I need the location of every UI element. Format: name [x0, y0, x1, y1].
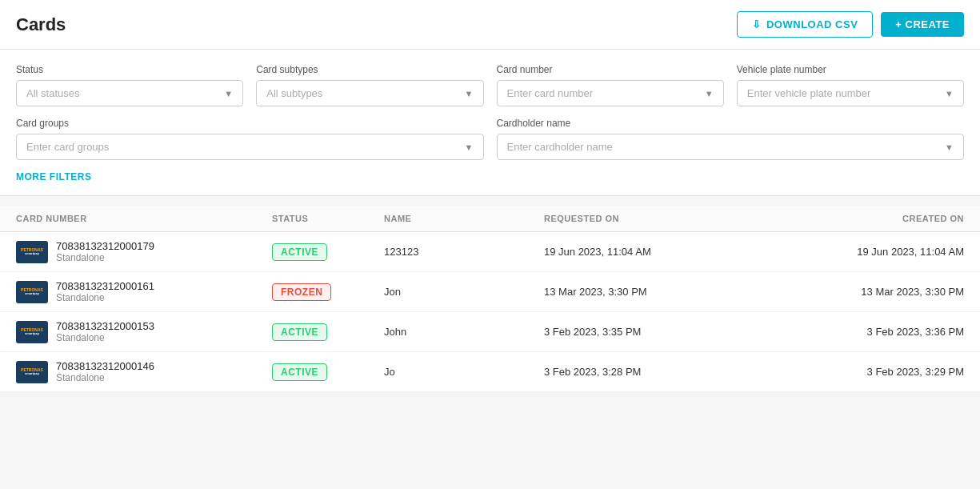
status-cell: ACTIVE — [272, 243, 384, 261]
card-number-cell: 70838132312000161 — [56, 280, 154, 292]
cardholder-filter-group: Cardholder name Enter cardholder name ▼ — [497, 118, 965, 160]
card-logo-sub: smartpay — [25, 252, 39, 256]
card-number-select-value: Enter card number — [507, 87, 594, 99]
filter-panel: Status All statuses ▼ Card subtypes All … — [0, 50, 980, 196]
col-name: NAME — [384, 214, 544, 223]
card-subtype-cell: Standalone — [56, 292, 154, 303]
cardholder-select[interactable]: Enter cardholder name ▼ — [497, 134, 965, 160]
card-logo: PETRONAS smartpay — [16, 241, 48, 263]
create-button[interactable]: + CREATE — [881, 12, 964, 37]
vehicle-plate-select-value: Enter vehicle plate number — [747, 87, 871, 99]
card-subtype-cell: Standalone — [56, 252, 154, 263]
card-logo-sub: smartpay — [25, 332, 39, 336]
card-details: 70838132312000146 Standalone — [56, 360, 154, 383]
filter-row-1: Status All statuses ▼ Card subtypes All … — [16, 64, 964, 106]
filter-row-2: Card groups Enter card groups ▼ Cardhold… — [16, 118, 964, 160]
requested-on-cell: 3 Feb 2023, 3:28 PM — [544, 366, 754, 378]
status-badge: FROZEN — [272, 283, 331, 301]
status-badge: ACTIVE — [272, 323, 327, 341]
card-subtype-cell: Standalone — [56, 372, 154, 383]
card-groups-label: Card groups — [16, 118, 484, 129]
created-on-cell: 3 Feb 2023, 3:29 PM — [754, 366, 965, 378]
vehicle-plate-filter-group: Vehicle plate number Enter vehicle plate… — [737, 64, 964, 106]
created-on-cell: 3 Feb 2023, 3:36 PM — [754, 326, 965, 338]
download-icon: ⇩ — [752, 18, 762, 30]
card-number-cell: 70838132312000153 — [56, 320, 154, 332]
page-title: Cards — [16, 14, 66, 35]
header: Cards ⇩ DOWNLOAD CSV + CREATE — [0, 0, 980, 50]
card-number-cell: 70838132312000146 — [56, 360, 154, 372]
status-filter-group: Status All statuses ▼ — [16, 64, 243, 106]
card-subtypes-filter-group: Card subtypes All subtypes ▼ — [256, 64, 483, 106]
card-logo: PETRONAS smartpay — [16, 281, 48, 303]
download-csv-button[interactable]: ⇩ DOWNLOAD CSV — [737, 11, 873, 38]
requested-on-cell: 19 Jun 2023, 11:04 AM — [544, 246, 754, 258]
card-number-filter-group: Card number Enter card number ▼ — [497, 64, 724, 106]
chevron-down-icon: ▼ — [705, 89, 714, 98]
chevron-down-icon: ▼ — [465, 142, 474, 152]
status-cell: FROZEN — [272, 283, 384, 301]
chevron-down-icon: ▼ — [224, 89, 233, 98]
status-select-value: All statuses — [26, 87, 79, 99]
name-cell: John — [384, 326, 544, 338]
card-logo: PETRONAS smartpay — [16, 361, 48, 383]
requested-on-cell: 3 Feb 2023, 3:35 PM — [544, 326, 754, 338]
card-details: 70838132312000179 Standalone — [56, 240, 154, 263]
created-on-cell: 19 Jun 2023, 11:04 AM — [754, 246, 965, 258]
card-number-cell: 70838132312000179 — [56, 240, 154, 252]
card-number-select[interactable]: Enter card number ▼ — [497, 80, 724, 106]
name-cell: 123123 — [384, 246, 544, 258]
table-header: CARD NUMBER STATUS NAME REQUESTED ON CRE… — [0, 206, 980, 232]
status-badge: ACTIVE — [272, 243, 327, 261]
table-body: PETRONAS smartpay 70838132312000179 Stan… — [0, 232, 980, 392]
card-logo-sub: smartpay — [25, 372, 39, 376]
name-cell: Jon — [384, 286, 544, 298]
col-card-number: CARD NUMBER — [16, 214, 272, 223]
card-groups-select[interactable]: Enter card groups ▼ — [16, 134, 484, 160]
col-status: STATUS — [272, 214, 384, 223]
status-cell: ACTIVE — [272, 363, 384, 381]
card-subtypes-select-value: All subtypes — [266, 87, 322, 99]
chevron-down-icon: ▼ — [945, 142, 954, 152]
card-subtypes-select[interactable]: All subtypes ▼ — [256, 80, 483, 106]
card-subtypes-label: Card subtypes — [256, 64, 483, 75]
card-groups-select-value: Enter card groups — [26, 141, 109, 153]
vehicle-plate-select[interactable]: Enter vehicle plate number ▼ — [737, 80, 964, 106]
table-row[interactable]: PETRONAS smartpay 70838132312000146 Stan… — [0, 352, 980, 392]
header-actions: ⇩ DOWNLOAD CSV + CREATE — [737, 11, 964, 38]
chevron-down-icon: ▼ — [945, 89, 954, 98]
cardholder-label: Cardholder name — [497, 118, 965, 129]
card-info: PETRONAS smartpay 70838132312000146 Stan… — [16, 360, 272, 383]
card-info: PETRONAS smartpay 70838132312000153 Stan… — [16, 320, 272, 343]
vehicle-plate-label: Vehicle plate number — [737, 64, 964, 75]
status-select[interactable]: All statuses ▼ — [16, 80, 243, 106]
card-logo: PETRONAS smartpay — [16, 321, 48, 343]
table-row[interactable]: PETRONAS smartpay 70838132312000153 Stan… — [0, 312, 980, 352]
requested-on-cell: 13 Mar 2023, 3:30 PM — [544, 286, 754, 298]
card-details: 70838132312000153 Standalone — [56, 320, 154, 343]
status-cell: ACTIVE — [272, 323, 384, 341]
col-requested-on: REQUESTED ON — [544, 214, 754, 223]
card-info: PETRONAS smartpay 70838132312000179 Stan… — [16, 240, 272, 263]
chevron-down-icon: ▼ — [465, 89, 474, 98]
table-container: CARD NUMBER STATUS NAME REQUESTED ON CRE… — [0, 206, 980, 392]
card-number-label: Card number — [497, 64, 724, 75]
card-info: PETRONAS smartpay 70838132312000161 Stan… — [16, 280, 272, 303]
card-subtype-cell: Standalone — [56, 332, 154, 343]
cardholder-select-value: Enter cardholder name — [507, 141, 613, 153]
page: Cards ⇩ DOWNLOAD CSV + CREATE Status All… — [0, 0, 980, 489]
col-created-on: CREATED ON — [754, 214, 965, 223]
created-on-cell: 13 Mar 2023, 3:30 PM — [754, 286, 965, 298]
table-row[interactable]: PETRONAS smartpay 70838132312000179 Stan… — [0, 232, 980, 272]
table-row[interactable]: PETRONAS smartpay 70838132312000161 Stan… — [0, 272, 980, 312]
name-cell: Jo — [384, 366, 544, 378]
card-details: 70838132312000161 Standalone — [56, 280, 154, 303]
card-groups-filter-group: Card groups Enter card groups ▼ — [16, 118, 484, 160]
card-logo-sub: smartpay — [25, 292, 39, 296]
more-filters-button[interactable]: MORE FILTERS — [16, 171, 91, 182]
status-badge: ACTIVE — [272, 363, 327, 381]
status-label: Status — [16, 64, 243, 75]
